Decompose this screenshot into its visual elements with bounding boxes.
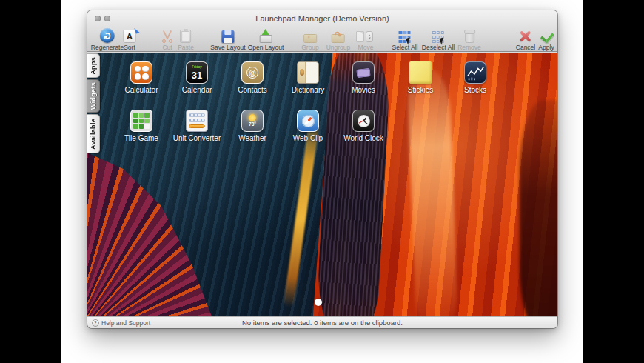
- contacts-widget-icon: [241, 61, 264, 84]
- window-title: Launchpad Manager (Demo Version): [255, 14, 389, 23]
- wallpaper-dark-right-edge: [520, 100, 557, 316]
- widget-label: Stickies: [408, 86, 433, 94]
- widget-item-movies[interactable]: Movies: [336, 61, 391, 94]
- widget-label: Movies: [352, 86, 375, 94]
- widget-item-web-clip[interactable]: Web Clip: [281, 110, 335, 142]
- cancel-icon: [519, 27, 532, 43]
- dictionary-widget-icon: [297, 61, 319, 84]
- open-icon: [259, 27, 272, 43]
- close-button[interactable]: [95, 16, 101, 21]
- page-indicator-dot[interactable]: [315, 299, 322, 306]
- status-bar: ? Help and Support No items are selected…: [87, 316, 557, 328]
- deselect-all-button[interactable]: Deselect All: [422, 27, 455, 51]
- widget-label: Calculator: [124, 86, 158, 94]
- widget-item-world-clock[interactable]: World Clock: [336, 110, 391, 142]
- widget-item-calculator[interactable]: Calculator: [114, 61, 169, 94]
- select-all-icon: [399, 27, 411, 43]
- select-all-button[interactable]: Select All: [392, 27, 418, 51]
- widget-label: Web Clip: [293, 134, 323, 142]
- widget-label: Contacts: [238, 86, 266, 94]
- move-icon: [356, 27, 375, 43]
- widget-item-tile-game[interactable]: Tile Game: [114, 110, 169, 142]
- group-button: Group: [301, 27, 319, 51]
- widget-label: Dictionary: [292, 86, 324, 94]
- screenshot-stage: Launchpad Manager (Demo Version) Regener…: [0, 0, 644, 363]
- tab-available[interactable]: Available: [87, 114, 100, 153]
- status-text: No items are selected. 0 items are on th…: [87, 317, 557, 328]
- calculator-widget-icon: [130, 61, 152, 84]
- cancel-button[interactable]: Cancel: [516, 27, 535, 51]
- sort-icon: A: [124, 27, 136, 43]
- widget-item-contacts[interactable]: Contacts: [225, 61, 280, 94]
- ungroup-icon: [332, 27, 345, 43]
- move-button: Move: [356, 27, 375, 51]
- remove-icon: [464, 27, 475, 43]
- regenerate-icon: [100, 27, 115, 43]
- world-clock-widget-icon: [352, 110, 375, 132]
- launchpad-canvas: Apps Widgets Available Calculator Friday…: [87, 53, 557, 316]
- letterbox-left: [0, 0, 61, 363]
- weather-widget-icon: 73°: [241, 110, 264, 132]
- sort-button[interactable]: A Sort: [124, 27, 136, 51]
- app-window: Launchpad Manager (Demo Version) Regener…: [87, 10, 557, 328]
- widget-item-stocks[interactable]: Stocks: [448, 61, 503, 94]
- apply-button[interactable]: Apply: [538, 27, 554, 51]
- cut-button: Cut: [161, 27, 174, 51]
- tab-widgets[interactable]: Widgets: [87, 79, 100, 113]
- widget-item-stickies[interactable]: Stickies: [393, 61, 448, 94]
- apply-icon: [540, 27, 553, 43]
- save-layout-button[interactable]: Save Layout: [210, 27, 245, 51]
- tile-game-widget-icon: [130, 110, 152, 132]
- titlebar: Launchpad Manager (Demo Version): [87, 10, 557, 27]
- minimize-button[interactable]: [104, 16, 110, 21]
- widget-label: Unit Converter: [173, 134, 221, 142]
- unit-converter-widget-icon: [186, 110, 208, 132]
- paste-icon: [181, 27, 192, 43]
- widget-label: Stocks: [464, 86, 486, 94]
- movies-widget-icon: [352, 61, 375, 84]
- web-clip-widget-icon: [297, 110, 319, 132]
- widget-label: Tile Game: [124, 134, 158, 142]
- save-icon: [221, 27, 234, 43]
- stocks-widget-icon: [464, 61, 486, 84]
- widget-item-calendar[interactable]: Friday 31 Calendar: [170, 61, 224, 94]
- toolbar: Regenerate A Sort Cut Paste Save Layout: [87, 27, 557, 51]
- calendar-widget-icon: Friday 31: [186, 61, 208, 84]
- group-icon: [303, 27, 317, 43]
- widget-item-unit-converter[interactable]: Unit Converter: [170, 110, 224, 142]
- tab-apps[interactable]: Apps: [87, 53, 100, 78]
- remove-button: Remove: [457, 27, 481, 51]
- widget-item-weather[interactable]: 73° Weather: [225, 110, 280, 142]
- window-chrome: Launchpad Manager (Demo Version) Regener…: [87, 10, 557, 52]
- open-layout-button[interactable]: Open Layout: [248, 27, 284, 51]
- cut-icon: [161, 27, 174, 43]
- widget-label: Weather: [238, 134, 266, 142]
- widget-item-dictionary[interactable]: Dictionary: [281, 61, 335, 94]
- ungroup-button: Ungroup: [326, 27, 351, 51]
- letterbox-right: [583, 0, 644, 363]
- widget-label: Calendar: [182, 86, 212, 94]
- paste-button: Paste: [178, 27, 194, 51]
- widget-label: World Clock: [343, 134, 383, 142]
- deselect-all-icon: [432, 27, 444, 43]
- regenerate-button[interactable]: Regenerate: [91, 27, 124, 51]
- stickies-widget-icon: [409, 61, 432, 84]
